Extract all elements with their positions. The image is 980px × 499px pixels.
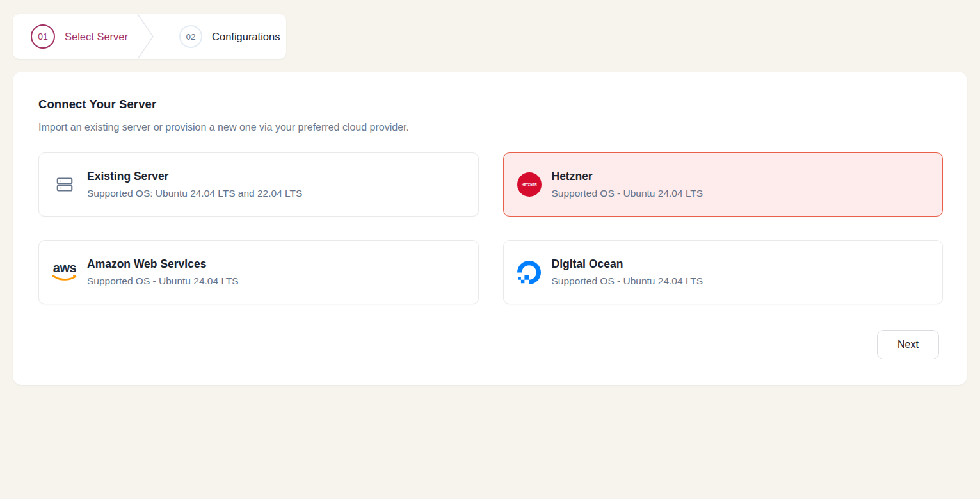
- server-icon: [52, 175, 77, 194]
- provider-card-hetzner[interactable]: HETZNER Hetzner Supported OS - Ubuntu 24…: [503, 152, 944, 217]
- chevron-right-icon: [137, 14, 154, 59]
- page-title: Connect Your Server: [38, 97, 943, 111]
- provider-card-aws[interactable]: aws Amazon Web Services Supported OS - U…: [38, 240, 479, 304]
- page: 01 Select Server 02 Configurations Conne…: [0, 0, 980, 499]
- step-2-number-badge: 02: [179, 25, 202, 48]
- provider-name: Digital Ocean: [552, 258, 703, 271]
- provider-os-support: Supported OS - Ubuntu 24.04 LTS: [552, 188, 703, 199]
- stepper: 01 Select Server 02 Configurations: [13, 14, 286, 59]
- hetzner-logo-circle: HETZNER: [517, 172, 542, 197]
- provider-name: Hetzner: [552, 170, 703, 183]
- next-button[interactable]: Next: [877, 330, 939, 359]
- provider-os-support: Supported OS - Ubuntu 24.04 LTS: [552, 275, 703, 287]
- page-subtitle: Import an existing server or provision a…: [38, 122, 943, 133]
- step-configurations[interactable]: 02 Configurations: [154, 25, 280, 48]
- hetzner-logo: HETZNER: [517, 172, 542, 197]
- digitalocean-logo: [517, 261, 542, 284]
- step-1-label: Select Server: [65, 31, 128, 43]
- aws-smile-icon: [51, 274, 78, 282]
- provider-name: Existing Server: [87, 170, 302, 183]
- aws-logo-text: aws: [53, 263, 76, 274]
- aws-logo: aws: [52, 263, 77, 282]
- hetzner-logo-text: HETZNER: [522, 183, 537, 186]
- step-select-server[interactable]: 01 Select Server: [13, 24, 128, 49]
- provider-grid: Existing Server Supported OS: Ubuntu 24.…: [38, 152, 943, 304]
- step-2-label: Configurations: [212, 31, 280, 43]
- provider-name: Amazon Web Services: [87, 258, 239, 271]
- provider-card-digital-ocean[interactable]: Digital Ocean Supported OS - Ubuntu 24.0…: [503, 240, 944, 304]
- step-1-number-badge: 01: [31, 24, 55, 49]
- provider-os-support: Supported OS - Ubuntu 24.04 LTS: [87, 275, 239, 287]
- provider-card-existing-server[interactable]: Existing Server Supported OS: Ubuntu 24.…: [38, 152, 479, 217]
- provider-os-support: Supported OS: Ubuntu 24.04 LTS and 22.04…: [87, 188, 302, 199]
- connect-server-panel: Connect Your Server Import an existing s…: [13, 72, 967, 385]
